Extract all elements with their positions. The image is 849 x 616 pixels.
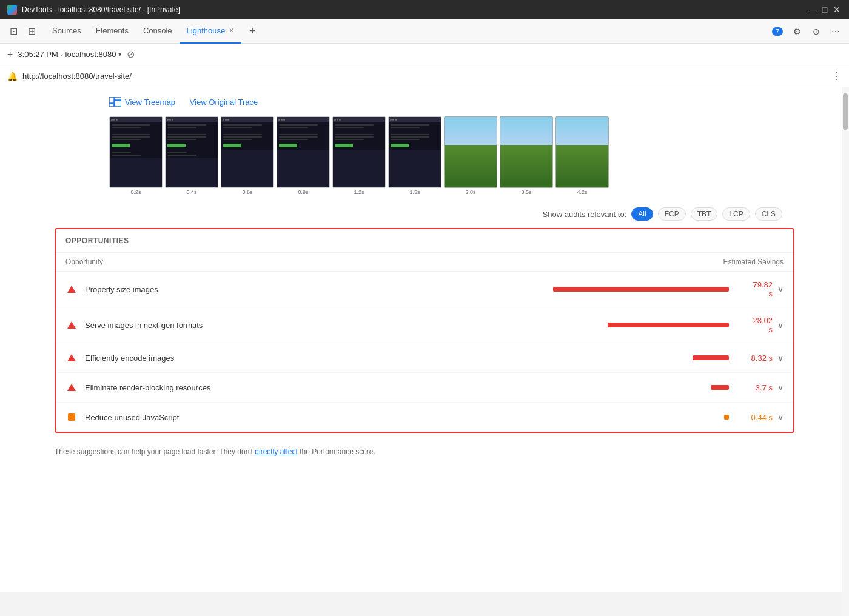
opportunities-header: OPPORTUNITIES	[56, 229, 793, 253]
url-bar2: 🔔 http://localhost:8080/travel-site/ ⋮	[0, 65, 849, 87]
main-content: View Treemap View Original Trace	[0, 87, 849, 592]
triangle-red-icon-3	[67, 354, 76, 361]
opp-bar-3	[693, 355, 729, 360]
host-dropdown[interactable]: ▾	[118, 50, 122, 58]
tab-console[interactable]: Console	[136, 19, 180, 44]
right-scrollbar[interactable]	[842, 87, 849, 616]
opp-title-5: Reduce unused JavaScript	[85, 413, 724, 422]
opp-savings-1: 79.82	[736, 280, 773, 289]
svg-rect-1	[115, 97, 121, 100]
film-frame-3: 0.6s	[221, 116, 274, 195]
filter-tbt-button[interactable]: TBT	[691, 207, 718, 221]
title-bar-text: DevTools - localhost:8080/travel-site/ -…	[22, 5, 180, 14]
svg-rect-3	[109, 104, 114, 107]
opp-chevron-2[interactable]: ∨	[777, 320, 784, 330]
opp-bar-area-4	[711, 385, 729, 390]
opp-icon-4	[65, 381, 78, 393]
opp-title-4: Eliminate render-blocking resources	[85, 383, 711, 392]
film-frame-2: 0.4s	[165, 116, 218, 195]
opp-icon-1	[65, 283, 78, 295]
triangle-red-icon-2	[67, 321, 76, 329]
opp-savings-5: 0.44 s	[736, 413, 773, 422]
url-more-button[interactable]: ⋮	[832, 70, 842, 82]
filmstrip: 0.2s 0.4s	[55, 116, 794, 195]
title-bar-controls: ─ □ ✕	[808, 5, 842, 15]
view-links-row: View Treemap View Original Trace	[55, 97, 794, 107]
opp-savings-2: 28.02	[736, 316, 773, 325]
opp-bar-2	[608, 323, 729, 327]
opp-chevron-4[interactable]: ∨	[777, 383, 784, 392]
filter-fcp-button[interactable]: FCP	[658, 207, 686, 221]
opp-icon-3	[65, 352, 78, 364]
film-thumb-9	[555, 116, 609, 188]
settings-button[interactable]: ⚙	[788, 23, 805, 40]
svg-rect-2	[115, 101, 121, 107]
triangle-red-icon	[67, 286, 76, 293]
view-trace-link[interactable]: View Original Trace	[190, 98, 258, 107]
more-options-button[interactable]: ⋯	[827, 23, 844, 40]
audit-filter-label: Show audits relevant to:	[543, 210, 627, 219]
square-orange-icon	[68, 413, 75, 421]
opportunities-section: OPPORTUNITIES Opportunity Estimated Savi…	[55, 228, 794, 433]
film-frame-1: 0.2s	[109, 116, 163, 195]
url-add-button[interactable]: +	[7, 49, 13, 60]
view-treemap-link[interactable]: View Treemap	[109, 97, 175, 107]
browser-icon	[7, 5, 17, 15]
tab-lighthouse[interactable]: Lighthouse ✕	[180, 19, 242, 44]
opp-item-4: Eliminate render-blocking resources 3.7 …	[56, 373, 793, 403]
tab-lighthouse-close[interactable]: ✕	[229, 27, 234, 35]
opp-bar-4	[711, 385, 729, 390]
filter-lcp-button[interactable]: LCP	[722, 207, 750, 221]
opp-title-1: Properly size images	[85, 285, 553, 294]
film-thumb-7	[444, 116, 497, 188]
opp-bar-area-3	[693, 355, 729, 360]
url-time: 3:05:27 PM - localhost:8080 ▾	[18, 50, 122, 59]
content-inner: View Treemap View Original Trace	[42, 87, 807, 470]
alert-icon: 🔔	[7, 72, 18, 81]
treemap-icon	[109, 97, 121, 107]
opp-bar-area-1	[553, 287, 729, 292]
opp-bar-5	[724, 415, 729, 420]
film-thumb-3	[221, 116, 274, 188]
film-thumb-4	[277, 116, 330, 188]
opp-item-5: Reduce unused JavaScript 0.44 s ∨	[56, 403, 793, 432]
right-scrollbar-thumb[interactable]	[843, 93, 848, 130]
film-thumb-8	[500, 116, 553, 188]
tab-elements[interactable]: Elements	[89, 19, 136, 44]
filter-all-button[interactable]: All	[631, 207, 653, 221]
film-frame-6: 1.5s	[388, 116, 441, 195]
svg-rect-0	[109, 97, 114, 103]
tab-sources[interactable]: Sources	[45, 19, 89, 44]
minimize-button[interactable]: ─	[808, 5, 817, 15]
stop-button[interactable]: ⊘	[127, 49, 135, 60]
opp-savings-3: 8.32 s	[736, 353, 773, 363]
opp-chevron-1[interactable]: ∨	[777, 284, 784, 294]
opp-item-1: Properly size images 79.82 s ∨	[56, 272, 793, 307]
film-frame-4: 0.9s	[277, 116, 330, 195]
maximize-button[interactable]: □	[820, 5, 830, 15]
triangle-red-icon-4	[67, 384, 76, 391]
add-tab-button[interactable]: +	[244, 23, 261, 40]
device-toggle-button[interactable]: ⊡	[5, 23, 22, 40]
film-frame-7: 2.8s	[444, 116, 497, 195]
footer-link[interactable]: directly affect	[255, 447, 297, 456]
filter-cls-button[interactable]: CLS	[755, 207, 782, 221]
opp-title-2: Serve images in next-gen formats	[85, 321, 608, 330]
notification-button[interactable]: 7	[769, 23, 786, 40]
url-bar: + 3:05:27 PM - localhost:8080 ▾ ⊘	[0, 44, 849, 65]
film-thumb-2	[165, 116, 218, 188]
close-button[interactable]: ✕	[832, 5, 842, 15]
devtools-side-icons: ⊡ ⊞	[5, 23, 40, 40]
share-button[interactable]: ⊙	[808, 23, 825, 40]
toolbar-icons: 7 ⚙ ⊙ ⋯	[769, 23, 844, 40]
inspect-button[interactable]: ⊞	[23, 23, 40, 40]
col-savings: Estimated Savings	[723, 258, 784, 266]
title-bar: DevTools - localhost:8080/travel-site/ -…	[0, 0, 849, 19]
footer-note: These suggestions can help your page loa…	[55, 443, 794, 461]
opp-title-3: Efficiently encode images	[85, 353, 693, 363]
opp-item-3: Efficiently encode images 8.32 s ∨	[56, 343, 793, 373]
opp-chevron-3[interactable]: ∨	[777, 353, 784, 363]
opp-bar-1	[553, 287, 729, 292]
opp-chevron-5[interactable]: ∨	[777, 412, 784, 422]
opp-icon-2	[65, 319, 78, 331]
